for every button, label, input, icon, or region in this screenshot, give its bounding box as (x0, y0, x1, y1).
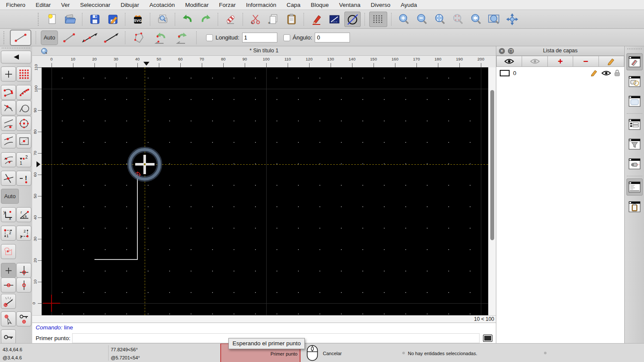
zoom-out-button[interactable] (414, 12, 430, 27)
grid-toggle-button[interactable] (369, 12, 387, 27)
zoom-back-button[interactable] (468, 12, 484, 27)
toolbar-handle[interactable] (38, 13, 41, 26)
block-list-widget-button[interactable] (626, 73, 643, 90)
length-checkbox[interactable] (206, 34, 213, 41)
undo-button[interactable] (179, 12, 196, 27)
menu-fichero[interactable]: Fichero (6, 2, 31, 8)
layer-list-widget-button[interactable] (626, 53, 643, 70)
restrict-orthogonal-button[interactable] (16, 263, 31, 278)
line-two-points-button[interactable] (61, 30, 78, 45)
entity-layer-widget-button[interactable] (626, 116, 643, 133)
layer-visible-icon[interactable] (601, 70, 611, 76)
snap-circle-button[interactable] (16, 100, 31, 115)
draft-circle-button[interactable] (344, 12, 361, 27)
select-entity-button[interactable] (1, 244, 16, 259)
menu-ayuda[interactable]: Ayuda (401, 2, 422, 8)
snap-back-button[interactable] (1, 51, 31, 63)
current-tool-line-button[interactable] (10, 30, 31, 46)
widget-strip-handle[interactable] (627, 48, 642, 49)
line-one-direction-button[interactable] (102, 30, 121, 45)
horizontal-scrollbar[interactable] (32, 315, 469, 323)
snap-middle-button[interactable] (16, 133, 31, 148)
drawn-line-vertical[interactable] (137, 175, 138, 259)
show-all-layers-button[interactable] (496, 56, 522, 67)
new-file-button[interactable] (44, 12, 60, 27)
drawing-canvas[interactable] (42, 67, 488, 315)
relative-point-1-button[interactable]: 12 (1, 226, 16, 241)
print-preview-button[interactable] (155, 12, 171, 27)
pen-edit-button[interactable] (308, 12, 325, 27)
open-file-button[interactable] (62, 12, 78, 27)
redo-segment-button[interactable] (173, 30, 192, 45)
lock-relative-zero-button[interactable] (16, 311, 31, 326)
menu-diverso[interactable]: Diverso (371, 2, 396, 8)
snap-auto-mode-button[interactable]: Auto (1, 189, 19, 204)
coordinate-polar-button[interactable]: ra (16, 207, 31, 222)
coordinate-cartesian-button[interactable]: yx (1, 207, 16, 222)
vertical-scrollbar[interactable] (488, 67, 496, 315)
zoom-auto-button[interactable] (432, 12, 448, 27)
hide-all-layers-button[interactable] (522, 56, 547, 67)
restrict-horizontal-button[interactable] (1, 278, 16, 293)
snap-free-button[interactable] (1, 66, 16, 81)
zoom-in-button[interactable] (396, 12, 412, 27)
redo-button[interactable] (197, 12, 214, 27)
set-relative-zero-button[interactable] (1, 311, 16, 326)
snap-auto-button[interactable] (1, 152, 16, 167)
attributes-button[interactable] (326, 12, 343, 27)
vertical-scrollbar-thumb[interactable] (490, 90, 494, 240)
menu-editar[interactable]: Editar (36, 2, 56, 8)
close-polyline-button[interactable] (130, 30, 149, 45)
remove-layer-button[interactable]: − (573, 56, 598, 67)
snap-intersection-button[interactable] (1, 100, 16, 115)
relative-point-2-button[interactable]: 12 (16, 226, 31, 241)
menu-capa[interactable]: Capa (287, 2, 306, 8)
snap-grid-button[interactable] (16, 66, 31, 81)
menu-ventana[interactable]: Ventana (339, 2, 366, 8)
add-layer-button[interactable]: + (548, 56, 573, 67)
snap-nearest-button[interactable] (1, 116, 16, 131)
lock-button[interactable] (1, 329, 16, 344)
paste-button[interactable] (283, 12, 300, 27)
angle-gauge-button[interactable] (1, 294, 16, 309)
snapbar-handle[interactable] (2, 48, 30, 48)
options-handle[interactable] (3, 31, 7, 44)
menu-dibujar[interactable]: Dibujar (121, 2, 145, 8)
library-widget-button[interactable] (626, 93, 643, 110)
line-mode-auto-button[interactable]: Auto (41, 30, 58, 45)
snap-on-entity-button[interactable] (16, 85, 31, 100)
cut-button[interactable]: + (247, 12, 264, 27)
layer-row[interactable]: 0 (496, 68, 624, 78)
snap-intersection-manual-button[interactable] (1, 171, 16, 186)
save-button[interactable] (87, 12, 103, 27)
menu-modificar[interactable]: Modificar (185, 2, 214, 8)
clipboard-widget-button[interactable] (626, 198, 643, 215)
command-line-widget-button[interactable] (626, 178, 643, 196)
export-svg-button[interactable]: SVG (130, 12, 146, 27)
restrict-nothing-button[interactable] (1, 263, 16, 278)
keyboard-toggle-button[interactable] (483, 335, 492, 342)
menu-ver[interactable]: Ver (61, 2, 75, 8)
snap-center-button[interactable] (16, 116, 31, 131)
restrict-vertical-button[interactable] (16, 278, 31, 293)
menu-seleccionar[interactable]: Seleccionar (80, 2, 116, 8)
line-both-directions-button[interactable] (80, 30, 99, 45)
erase-button[interactable] (222, 12, 239, 27)
menu-acotacion[interactable]: Acotación (149, 2, 180, 8)
edit-layer-button[interactable] (599, 56, 624, 67)
menu-bloque[interactable]: Bloque (311, 2, 334, 8)
snap-points-button[interactable]: 21 (16, 152, 31, 167)
menu-forzar[interactable]: Forzar (219, 2, 241, 8)
zoom-pan-button[interactable] (504, 12, 520, 27)
drawing-tab-title[interactable]: * Sin título 1 (32, 48, 496, 54)
zoom-previous-button[interactable] (450, 12, 466, 27)
filter-widget-button[interactable] (626, 136, 643, 153)
snap-tangent-button[interactable] (1, 133, 16, 148)
angle-checkbox[interactable] (283, 34, 290, 41)
layer-edit-icon[interactable] (590, 69, 598, 76)
length-input[interactable] (242, 33, 277, 42)
command-audio-widget-button[interactable] (626, 155, 643, 172)
menu-informacion[interactable]: Información (246, 2, 282, 8)
undo-segment-button[interactable] (152, 30, 170, 45)
drawn-line-horizontal[interactable] (94, 259, 138, 260)
